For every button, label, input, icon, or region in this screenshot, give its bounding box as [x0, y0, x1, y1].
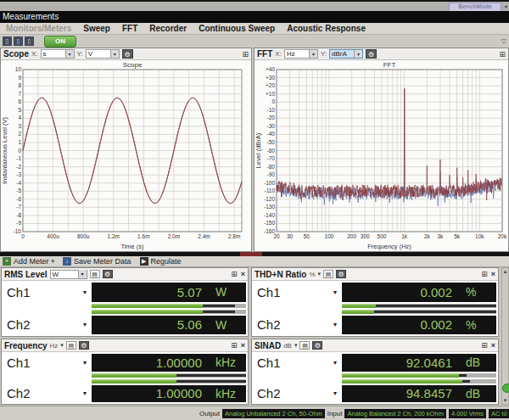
channel-selector[interactable]: Ch1▾ [254, 354, 342, 372]
benchmode-dropdown-icon[interactable]: ▾ [505, 3, 507, 9]
meter-header: THD+N Ratio % ▾ ▤ ⚙ ⊞ × [252, 268, 498, 281]
fft-popout-icon[interactable]: ⊞ [499, 50, 506, 59]
channel-selector[interactable]: Ch2▾ [3, 316, 92, 335]
level-bar [92, 379, 246, 384]
tab-recorder[interactable]: Recorder [143, 23, 193, 34]
svg-text:-110: -110 [264, 188, 275, 193]
meter-close-icon[interactable]: × [491, 270, 495, 278]
tab-sweep[interactable]: Sweep [77, 23, 116, 34]
channel-name: Ch1 [257, 285, 281, 300]
chevron-down-icon: ▾ [83, 321, 87, 328]
meter-popout-icon[interactable]: ⊞ [231, 270, 238, 278]
meter-close-icon[interactable]: × [241, 341, 245, 350]
svg-text:-3: -3 [16, 171, 21, 177]
status-expand-icon[interactable]: ▾ [505, 408, 507, 414]
channel-selector[interactable]: Ch2▾ [3, 385, 92, 403]
layout-1-icon[interactable]: ▯ [3, 36, 12, 46]
channel-selector[interactable]: Ch1▾ [3, 283, 92, 302]
monitor-indicator[interactable] [502, 384, 509, 393]
display-mode-icon[interactable]: ▤ [299, 341, 310, 350]
chevron-down-icon: ▾ [333, 389, 337, 397]
chevron-down-icon[interactable]: ▾ [60, 342, 64, 349]
svg-text:0: 0 [18, 148, 21, 154]
svg-text:5k: 5k [454, 233, 461, 239]
layout-2-icon[interactable]: ▯ [14, 36, 23, 46]
input-config-badge[interactable]: Analog Balanced 2 Ch, 200 kOhm [344, 409, 445, 418]
scope-y-unit-select[interactable]: V ▾ [86, 49, 120, 59]
svg-text:1k: 1k [401, 233, 408, 239]
generator-on-button[interactable]: ON [44, 36, 76, 48]
svg-text:-9: -9 [16, 220, 21, 226]
meter-popout-icon[interactable]: ⊞ [231, 341, 238, 350]
meter-close-icon[interactable]: × [491, 341, 495, 350]
svg-text:-6: -6 [16, 196, 21, 202]
display-mode-icon[interactable]: ▤ [323, 270, 333, 278]
tab-continuous-sweep[interactable]: Continuous Sweep [193, 23, 281, 34]
meter-settings-gear-icon[interactable]: ⚙ [336, 270, 346, 278]
scope-panel: Scope X: s ▾ Y: V ▾ ⚙ ⊞ ScopeTime (s)Ins… [0, 48, 252, 252]
channel-selector[interactable]: Ch2▾ [254, 316, 342, 335]
svg-text:-60: -60 [267, 148, 276, 154]
tab-acoustic-response[interactable]: Acoustic Response [281, 23, 372, 34]
output-config-badge[interactable]: Analog Unbalanced 2 Ch, 50-Ohm [222, 409, 325, 418]
unit-select[interactable]: W ▾ [50, 270, 87, 279]
svg-text:+10: +10 [266, 91, 275, 97]
tab-monitors-meters[interactable]: Monitors/Meters [0, 23, 77, 34]
chevron-down-icon: ▾ [83, 389, 87, 397]
svg-text:10k: 10k [475, 233, 484, 239]
svg-text:7: 7 [18, 91, 21, 97]
level-bar [92, 310, 246, 314]
meter-settings-gear-icon[interactable]: ⚙ [79, 341, 89, 350]
fft-panel: FFT X: Hz ▾ Y: dBrA ▾ ⚙ ⊞ FFTFrequency (… [254, 48, 509, 252]
chevron-down-icon[interactable]: ▾ [294, 342, 298, 349]
svg-text:-1: -1 [16, 155, 21, 161]
display-mode-icon[interactable]: ▤ [90, 270, 100, 278]
fft-y-unit-select[interactable]: dBrA ▾ [329, 49, 363, 59]
regulate-button[interactable]: ▶ Regulate [140, 257, 182, 266]
svg-text:200: 200 [347, 233, 356, 239]
layout-3-icon[interactable]: ▯ [25, 36, 34, 46]
thdn-ratio-meter: THD+N Ratio % ▾ ▤ ⚙ ⊞ × Ch1▾ 0.002 % Ch2… [251, 267, 499, 337]
scope-settings-gear-icon[interactable]: ⚙ [122, 49, 133, 59]
channel-selector[interactable]: Ch1▾ [254, 283, 342, 302]
level-bar [342, 379, 496, 384]
meter-popout-icon[interactable]: ⊞ [481, 341, 488, 350]
svg-text:+40: +40 [266, 66, 275, 72]
channel-selector[interactable]: Ch2▾ [254, 385, 342, 403]
meter-value: 1.00000 [156, 356, 202, 370]
svg-text:-160: -160 [264, 228, 275, 234]
meter-body: Ch1▾ 1.00000 kHz Ch2▾ 1.00000 kHz [2, 352, 248, 404]
svg-text:300: 300 [361, 233, 370, 239]
unit-value: % [309, 271, 315, 278]
save-meter-data-button[interactable]: ↓ Save Meter Data [63, 257, 131, 266]
meter-settings-gear-icon[interactable]: ⚙ [103, 270, 113, 278]
filter-icon[interactable]: ▽ [501, 37, 506, 45]
chevron-down-icon: ▾ [333, 288, 337, 296]
svg-text:2k: 2k [424, 233, 431, 239]
meter-close-icon[interactable]: × [241, 270, 245, 278]
channel-display: 0.002 % [342, 283, 496, 302]
channel-selector[interactable]: Ch1▾ [3, 354, 92, 372]
chevron-down-icon[interactable]: ▾ [318, 271, 322, 277]
meter-unit: dB [466, 387, 489, 400]
measurements-bar: Measurements [0, 11, 509, 23]
meter-settings-gear-icon[interactable]: ⚙ [312, 341, 322, 350]
meter-unit: W [215, 318, 239, 332]
svg-text:-10: -10 [14, 228, 22, 234]
fft-x-unit-select[interactable]: Hz ▾ [284, 49, 318, 59]
scroll-down-icon[interactable]: ▼ [503, 397, 508, 404]
add-meter-button[interactable]: + Add Meter ▾ [3, 257, 54, 266]
input-range-badge[interactable]: 4.000 Vrms [449, 409, 486, 418]
fft-x-unit-value: Hz [285, 50, 309, 58]
svg-text:9: 9 [18, 75, 21, 81]
meter-popout-icon[interactable]: ⊞ [481, 270, 488, 278]
scroll-up-icon[interactable]: ▲ [503, 268, 508, 275]
scope-x-unit-select[interactable]: s ▾ [41, 49, 75, 59]
tab-fft[interactable]: FFT [116, 23, 143, 34]
scope-popout-icon[interactable]: ⊞ [242, 50, 249, 59]
input-label: Input [327, 410, 343, 417]
channel-name: Ch2 [7, 317, 31, 332]
channel-name: Ch2 [257, 317, 281, 332]
fft-settings-gear-icon[interactable]: ⚙ [366, 49, 377, 59]
display-mode-icon[interactable]: ▤ [66, 341, 76, 350]
